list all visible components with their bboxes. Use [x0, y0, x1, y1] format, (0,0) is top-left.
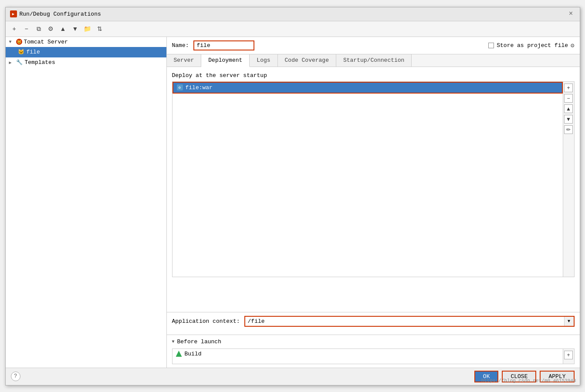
name-row: Name: Store as project file ⚙ — [167, 37, 580, 54]
deploy-item-file-war[interactable]: ⚙ file:war — [172, 82, 563, 94]
tab-startup[interactable]: Startup/Connection — [336, 54, 412, 67]
deploy-up-button[interactable]: ▲ — [564, 104, 573, 113]
config-tree: ▼ 🐱 Tomcat Server 🐱 file ▶ 🔧 Templates — [6, 37, 167, 368]
before-launch-list: Build + — [172, 348, 575, 364]
tree-item-file[interactable]: 🐱 file — [6, 47, 166, 57]
name-label: Name: — [172, 42, 189, 49]
copy-config-button[interactable]: ⧉ — [34, 23, 44, 34]
tree-item-tomcat[interactable]: ▼ 🐱 Tomcat Server — [6, 37, 166, 47]
tab-deployment[interactable]: Deployment — [201, 54, 250, 67]
title-bar: ▶ Run/Debug Configurations × — [6, 7, 580, 21]
store-checkbox[interactable] — [488, 43, 494, 48]
deploy-list: ⚙ file:war — [172, 82, 563, 277]
store-gear-icon[interactable]: ⚙ — [571, 42, 574, 49]
watermark: https://blog.csdn.net/m0_46153948 — [481, 378, 576, 383]
file-config-icon: 🐱 — [18, 49, 25, 56]
deploy-down-button[interactable]: ▼ — [564, 115, 573, 124]
before-launch-sidebar: + — [563, 349, 574, 364]
build-label: Build — [185, 351, 202, 357]
remove-config-button[interactable]: − — [21, 23, 32, 34]
tabs-bar: Server Deployment Logs Code Coverage Sta… — [167, 54, 580, 67]
deploy-item-label: file:war — [186, 84, 213, 91]
templates-icon: 🔧 — [16, 59, 23, 66]
deployment-content: Deploy at the server startup ⚙ file:war … — [167, 67, 580, 312]
deploy-add-button[interactable]: + — [564, 84, 573, 92]
sort-config-button[interactable]: ⇅ — [95, 23, 105, 34]
before-launch-item-build[interactable]: Build — [172, 349, 563, 359]
tree-label-file: file — [27, 49, 40, 55]
before-launch-add-button[interactable]: + — [564, 351, 573, 359]
before-launch-section: ▼ Before launch Build + — [167, 335, 580, 368]
before-launch-arrow-icon: ▼ — [172, 339, 175, 344]
folder-config-button[interactable]: 📁 — [82, 23, 93, 34]
app-context-dropdown[interactable]: ▼ — [564, 317, 574, 326]
deploy-section-title: Deploy at the server startup — [172, 72, 575, 79]
tab-logs[interactable]: Logs — [250, 54, 277, 67]
tree-item-templates[interactable]: ▶ 🔧 Templates — [6, 57, 166, 68]
build-icon — [176, 351, 182, 357]
tree-label-templates: Templates — [25, 59, 55, 66]
deploy-sidebar: + − ▲ ▼ ✏ — [563, 82, 574, 277]
deploy-list-area: ⚙ file:war + − ▲ ▼ ✏ — [172, 81, 575, 277]
bottom-section: Application context: ▼ — [167, 312, 580, 335]
config-detail: Name: Store as project file ⚙ Server Dep… — [167, 37, 580, 368]
store-label: Store as project file — [497, 42, 568, 49]
store-row: Store as project file ⚙ — [488, 42, 574, 49]
down-config-button[interactable]: ▼ — [70, 23, 81, 34]
app-icon: ▶ — [10, 10, 17, 17]
settings-config-button[interactable]: ⚙ — [46, 23, 56, 34]
deploy-section: Deploy at the server startup ⚙ file:war … — [172, 72, 575, 277]
before-launch-label: Before launch — [177, 338, 221, 345]
tab-server[interactable]: Server — [167, 54, 202, 67]
add-config-button[interactable]: + — [9, 23, 20, 34]
tab-code-coverage[interactable]: Code Coverage — [278, 54, 336, 67]
up-config-button[interactable]: ▲ — [58, 23, 68, 34]
toolbar: + − ⧉ ⚙ ▲ ▼ 📁 ⇅ — [6, 21, 580, 37]
app-context-label: Application context: — [172, 318, 240, 325]
app-context-input[interactable] — [245, 317, 564, 326]
expand-arrow-tomcat: ▼ — [9, 40, 14, 44]
app-context-row: Application context: ▼ — [172, 316, 575, 327]
dialog-title: Run/Debug Configurations — [20, 11, 101, 17]
app-context-input-wrapper: ▼ — [244, 316, 575, 327]
war-icon: ⚙ — [177, 84, 183, 90]
expand-arrow-templates: ▶ — [9, 60, 14, 65]
help-button[interactable]: ? — [11, 372, 20, 381]
before-launch-items: Build — [172, 349, 563, 364]
tomcat-icon: 🐱 — [16, 39, 22, 45]
deploy-remove-button[interactable]: − — [564, 94, 573, 103]
name-input[interactable] — [193, 40, 254, 50]
close-icon[interactable]: × — [567, 10, 575, 18]
tree-label-tomcat: Tomcat Server — [24, 39, 68, 45]
deploy-edit-button[interactable]: ✏ — [564, 125, 573, 134]
before-launch-header: ▼ Before launch — [172, 338, 575, 345]
